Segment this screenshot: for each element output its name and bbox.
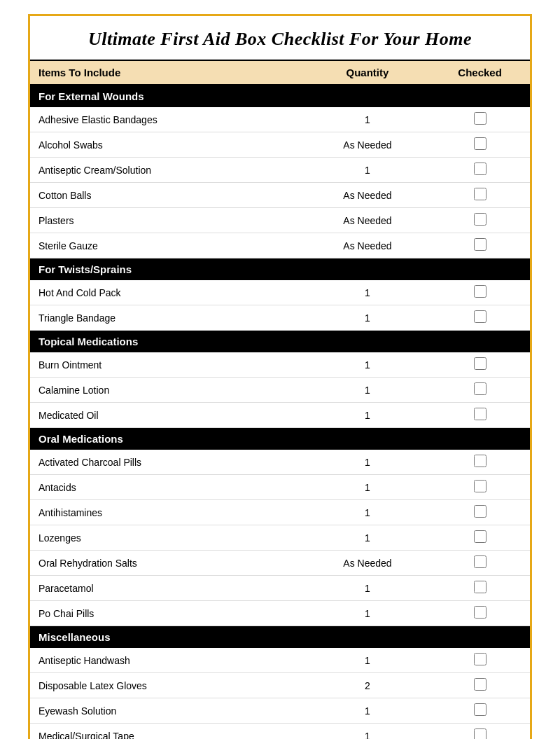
item-checkbox[interactable]: [474, 703, 486, 716]
item-name: Antihistamines: [30, 500, 305, 525]
item-quantity: As Needed: [305, 132, 430, 158]
item-checkbox[interactable]: [474, 455, 486, 467]
item-checkbox[interactable]: [474, 238, 486, 251]
table-row: Paracetamol1: [30, 576, 530, 601]
page-wrapper: Ultimate First Aid Box Checklist For You…: [0, 0, 560, 739]
item-quantity: 1: [305, 378, 430, 403]
item-checkbox[interactable]: [474, 505, 486, 518]
item-checked-cell: [430, 208, 530, 233]
item-name: Po Chai Pills: [30, 601, 305, 626]
item-checked-cell: [430, 525, 530, 551]
table-row: Antiseptic Cream/Solution1: [30, 158, 530, 183]
table-row: Activated Charcoal Pills1: [30, 450, 530, 475]
header-checked: Checked: [430, 60, 530, 85]
category-label: For External Wounds: [30, 85, 530, 107]
item-quantity: 1: [305, 305, 430, 331]
category-row: For Twists/Sprains: [30, 258, 530, 281]
category-row: For External Wounds: [30, 85, 530, 107]
item-checkbox[interactable]: [474, 382, 486, 395]
item-checked-cell: [430, 724, 530, 740]
item-checkbox[interactable]: [474, 285, 486, 298]
item-quantity: 1: [305, 107, 430, 132]
table-row: PlastersAs Needed: [30, 208, 530, 233]
item-quantity: 1: [305, 724, 430, 740]
table-row: Triangle Bandage1: [30, 305, 530, 331]
item-name: Eyewash Solution: [30, 698, 305, 724]
table-row: Adhesive Elastic Bandages1: [30, 107, 530, 132]
item-name: Triangle Bandage: [30, 305, 305, 331]
item-checkbox[interactable]: [474, 310, 486, 323]
item-quantity: 1: [305, 352, 430, 378]
item-checkbox[interactable]: [474, 480, 486, 492]
item-checked-cell: [430, 673, 530, 698]
item-checkbox[interactable]: [474, 408, 486, 420]
item-quantity: As Needed: [305, 233, 430, 258]
item-checked-cell: [430, 280, 530, 305]
table-row: Cotton BallsAs Needed: [30, 183, 530, 208]
item-checked-cell: [430, 183, 530, 208]
item-quantity: 1: [305, 500, 430, 525]
table-row: Oral Rehydration SaltsAs Needed: [30, 551, 530, 576]
table-row: Antiseptic Handwash1: [30, 648, 530, 673]
item-checkbox[interactable]: [474, 555, 486, 568]
item-checkbox[interactable]: [474, 653, 486, 665]
item-quantity: 2: [305, 673, 430, 698]
item-name: Antiseptic Cream/Solution: [30, 158, 305, 183]
category-row: Oral Medications: [30, 428, 530, 450]
item-name: Hot And Cold Pack: [30, 280, 305, 305]
item-checkbox[interactable]: [474, 213, 486, 226]
item-name: Lozenges: [30, 525, 305, 551]
item-checked-cell: [430, 698, 530, 724]
category-row: Topical Medications: [30, 331, 530, 353]
item-checked-cell: [430, 576, 530, 601]
item-checked-cell: [430, 233, 530, 258]
header-item: Items To Include: [30, 60, 305, 85]
item-checkbox[interactable]: [474, 188, 486, 200]
table-row: Burn Ointment1: [30, 352, 530, 378]
item-name: Sterile Gauze: [30, 233, 305, 258]
category-label: For Twists/Sprains: [30, 258, 530, 281]
table-row: Medical/Surgical Tape1: [30, 724, 530, 740]
item-checked-cell: [430, 305, 530, 331]
item-checkbox[interactable]: [474, 163, 486, 175]
item-quantity: As Needed: [305, 183, 430, 208]
item-name: Medicated Oil: [30, 403, 305, 428]
table-row: Antihistamines1: [30, 500, 530, 525]
table-header-row: Items To Include Quantity Checked: [30, 60, 530, 85]
item-quantity: 1: [305, 698, 430, 724]
item-name: Cotton Balls: [30, 183, 305, 208]
table-row: Sterile GauzeAs Needed: [30, 233, 530, 258]
item-checkbox[interactable]: [474, 357, 486, 370]
checklist-container: Ultimate First Aid Box Checklist For You…: [28, 14, 532, 739]
category-label: Miscellaneous: [30, 626, 530, 649]
item-name: Medical/Surgical Tape: [30, 724, 305, 740]
table-row: Disposable Latex Gloves2: [30, 673, 530, 698]
item-name: Plasters: [30, 208, 305, 233]
item-checkbox[interactable]: [474, 678, 486, 691]
item-name: Disposable Latex Gloves: [30, 673, 305, 698]
item-checkbox[interactable]: [474, 137, 486, 150]
item-checked-cell: [430, 475, 530, 500]
item-quantity: 1: [305, 648, 430, 673]
item-checkbox[interactable]: [474, 728, 486, 739]
item-name: Adhesive Elastic Bandages: [30, 107, 305, 132]
header-quantity: Quantity: [305, 60, 430, 85]
table-row: Hot And Cold Pack1: [30, 280, 530, 305]
item-checked-cell: [430, 500, 530, 525]
item-checked-cell: [430, 378, 530, 403]
item-checkbox[interactable]: [474, 581, 486, 593]
item-checkbox[interactable]: [474, 112, 486, 125]
table-row: Medicated Oil1: [30, 403, 530, 428]
category-label: Oral Medications: [30, 428, 530, 450]
item-checked-cell: [430, 551, 530, 576]
item-checked-cell: [430, 648, 530, 673]
item-quantity: 1: [305, 576, 430, 601]
item-checkbox[interactable]: [474, 606, 486, 619]
item-name: Burn Ointment: [30, 352, 305, 378]
item-quantity: As Needed: [305, 551, 430, 576]
item-name: Antiseptic Handwash: [30, 648, 305, 673]
item-checked-cell: [430, 158, 530, 183]
item-checkbox[interactable]: [474, 530, 486, 543]
item-checked-cell: [430, 352, 530, 378]
item-name: Oral Rehydration Salts: [30, 551, 305, 576]
